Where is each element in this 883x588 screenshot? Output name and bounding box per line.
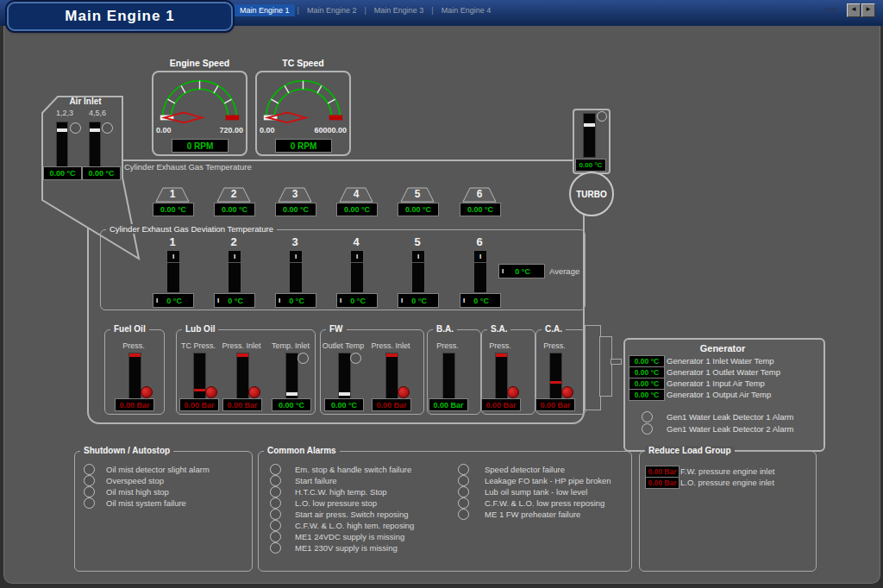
shutdown-led-2 bbox=[84, 475, 95, 486]
cylinder-5-temp-display: 0.00 °C bbox=[398, 203, 439, 216]
ca-press-alarm-led bbox=[561, 386, 573, 398]
sa-press-bar bbox=[495, 353, 508, 400]
common-item-3: H.T.C.W. high temp. Stop bbox=[295, 487, 387, 497]
fuel-oil-press-alarm-led bbox=[141, 386, 153, 398]
cylinder-4-number: 4 bbox=[339, 188, 373, 200]
deviation-4-display: I0 °C bbox=[336, 293, 378, 308]
common-item-6: C.F.W. & L.O. high tem. reposing bbox=[295, 521, 414, 530]
cylinder-1-number: 1 bbox=[155, 188, 190, 200]
gen1-water-leak-1-label: Gen1 Water Leak Detector 1 Alarm bbox=[667, 412, 794, 422]
generator-title: Generator bbox=[625, 343, 820, 353]
fw-pressure-engine-inlet-label: F.W. pressure engine inlet bbox=[680, 466, 774, 476]
common-led-2 bbox=[270, 475, 281, 486]
common-led-5 bbox=[270, 509, 281, 520]
shutdown-item-3: Oil mist high stop bbox=[106, 487, 169, 497]
common-item-4: L.O. low pressure stop bbox=[295, 498, 377, 508]
common-alarms-title: Common Alarms bbox=[264, 446, 340, 455]
turbo-indicator bbox=[597, 111, 607, 122]
tab-main-engine-3[interactable]: Main Engine 3 bbox=[369, 4, 429, 16]
deviation-3-bar: I bbox=[289, 250, 303, 293]
air-inlet-group1-label: 1,2,3 bbox=[53, 109, 77, 117]
turbo-panel: 0.00 °C bbox=[573, 109, 611, 174]
deviation-2-number: 2 bbox=[216, 235, 251, 248]
page-title: Main Engine 1 bbox=[7, 2, 233, 31]
fuel-oil-title: Fuel Oil bbox=[110, 324, 149, 334]
tc-speed-dial bbox=[257, 75, 349, 125]
tc-speed-min: 0.00 bbox=[260, 126, 275, 134]
cylinder-3-temp-display: 0.00 °C bbox=[275, 203, 316, 216]
cylinder-6-temp-display: 0.00 °C bbox=[460, 203, 501, 216]
shutdown-groupbox: Shutdown / Autostop Oil mist detector sl… bbox=[74, 451, 253, 572]
window-dash bbox=[826, 8, 837, 11]
cylinder-2-number: 2 bbox=[216, 188, 251, 200]
tc-speed-gauge: 0.00 60000.00 0 RPM bbox=[255, 71, 351, 156]
fuel-oil-press-display: 0.00 Bar bbox=[115, 398, 154, 411]
common-led-6 bbox=[270, 520, 281, 531]
air-inlet-group2-label: 4,5,6 bbox=[85, 109, 110, 117]
lub-oil-tc-press-bar bbox=[193, 353, 206, 400]
air-inlet-title: Air Inlet bbox=[51, 97, 120, 106]
shutdown-led-4 bbox=[84, 497, 95, 509]
engine-speed-max: 720.00 bbox=[219, 126, 243, 134]
common-led-4 bbox=[270, 497, 281, 509]
engine-speed-min: 0.00 bbox=[156, 126, 172, 134]
common-item-9: Speed detector failure bbox=[485, 465, 565, 474]
common-item-1: Em. stop & handle switch failure bbox=[295, 465, 411, 474]
lub-oil-tc-press-display: 0.00 Bar bbox=[179, 398, 219, 411]
page-tabs: Main Engine 1 | Main Engine 2 | Main Eng… bbox=[235, 3, 496, 17]
fw-press-inlet-alarm-led bbox=[398, 386, 410, 398]
generator-inlet-water-temp-display: 0.00 °C bbox=[629, 355, 665, 367]
ba-title: B.A. bbox=[433, 324, 457, 334]
deviation-2-bar: I bbox=[228, 250, 241, 293]
tab-main-engine-2[interactable]: Main Engine 2 bbox=[302, 4, 362, 16]
deviation-6-display: I0 °C bbox=[460, 293, 501, 308]
fuel-oil-press-label: Press. bbox=[108, 341, 160, 350]
deviation-3-display: I0 °C bbox=[275, 293, 316, 308]
common-led-9 bbox=[458, 464, 469, 475]
generator-outlet-water-temp-display: 0.00 °C bbox=[629, 366, 665, 378]
common-alarms-groupbox: Common Alarms Em. stop & handle switch f… bbox=[258, 451, 632, 572]
generator-outlet-water-temp-label: Generator 1 Outlet Water Temp bbox=[667, 367, 780, 377]
main-engine-1-screen: Main Engine 1 | Main Engine 2 | Main Eng… bbox=[0, 0, 883, 588]
generator-output-air-temp-display: 0.00 °C bbox=[629, 389, 665, 401]
fw-outlet-temp-bar bbox=[338, 353, 351, 400]
turbo-label-text: TURBO bbox=[576, 190, 607, 199]
engine-generator-connector-pipe bbox=[611, 359, 622, 365]
air-inlet-bar-1 bbox=[56, 122, 68, 170]
tab-main-engine-1[interactable]: Main Engine 1 bbox=[235, 4, 295, 16]
deviation-5-number: 5 bbox=[400, 235, 435, 248]
cylinder-2-temp-display: 0.00 °C bbox=[214, 203, 255, 216]
common-item-10: Leakage FO tank - HP pipe broken bbox=[485, 476, 611, 485]
cylinder-3-number: 3 bbox=[278, 188, 312, 200]
deviation-6-number: 6 bbox=[462, 235, 497, 248]
deviation-5-bar: I bbox=[411, 250, 425, 293]
generator-output-air-temp-label: Generator 1 Output Air Temp bbox=[667, 390, 771, 399]
deviation-title: Cylinder Exhaust Gas Deviation Temperatu… bbox=[106, 224, 277, 234]
exhaust-section-title: Cylinder Exhaust Gas Temperature bbox=[124, 162, 252, 172]
common-item-2: Start failure bbox=[295, 476, 337, 485]
lo-pressure-engine-inlet-display: 0.00 Bar bbox=[645, 477, 679, 489]
tab-separator: | bbox=[364, 6, 366, 15]
tab-main-engine-4[interactable]: Main Engine 4 bbox=[436, 4, 497, 16]
prev-page-button[interactable]: ◄ bbox=[847, 3, 861, 17]
common-led-3 bbox=[270, 486, 281, 497]
gen1-water-leak-1-led bbox=[642, 411, 653, 422]
cylinder-5-number: 5 bbox=[400, 188, 435, 200]
deviation-average-display: I0 °C bbox=[498, 264, 545, 278]
common-led-1 bbox=[270, 464, 281, 475]
sa-press-display: 0.00 Bar bbox=[481, 398, 521, 411]
lub-oil-temp-inlet-bar bbox=[285, 353, 298, 400]
gen1-water-leak-2-led bbox=[642, 423, 653, 435]
fw-title: FW bbox=[326, 324, 347, 334]
next-page-button[interactable]: ► bbox=[861, 3, 875, 17]
deviation-4-number: 4 bbox=[339, 235, 373, 248]
engine-speed-gauge: 0.00 720.00 0 RPM bbox=[152, 71, 247, 156]
shutdown-item-4: Oil mist system failure bbox=[106, 498, 186, 508]
common-item-7: ME1 24VDC supply is missing bbox=[295, 532, 404, 541]
shutdown-item-2: Overspeed stop bbox=[106, 476, 164, 485]
deviation-1-bar: I bbox=[166, 250, 180, 293]
sa-press-alarm-led bbox=[507, 386, 519, 398]
reduce-load-title: Reduce Load Group bbox=[645, 446, 735, 455]
shutdown-led-1 bbox=[84, 464, 95, 475]
shutdown-led-3 bbox=[84, 486, 95, 497]
